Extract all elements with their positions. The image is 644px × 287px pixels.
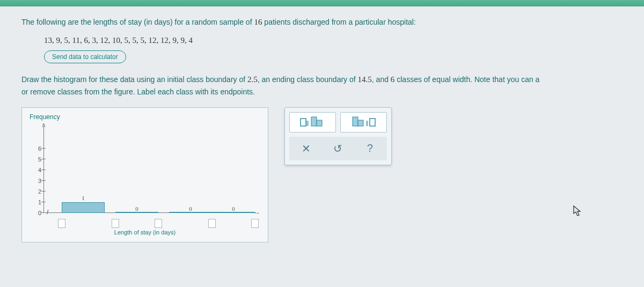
x-boundary-input-4[interactable]	[251, 219, 259, 228]
y-tick-6: 6	[34, 145, 41, 152]
histogram-panel[interactable]: Frequency ∧ → 0 1 2 3 4 5 6	[21, 107, 268, 242]
clear-button[interactable]: ✕	[292, 140, 320, 157]
histogram-bar-4[interactable]	[212, 212, 255, 213]
svg-rect-9	[370, 119, 375, 126]
question-intro: The following are the lengths of stay (i…	[21, 16, 628, 28]
bar-label-1: 1	[62, 195, 105, 201]
intro-text-b: patients discharged from a particular ho…	[262, 18, 415, 26]
close-icon: ✕	[302, 142, 311, 155]
x-boundary-input-0[interactable]	[58, 219, 65, 228]
send-data-button[interactable]: Send data to calculator	[44, 50, 126, 63]
y-tick-4: 4	[34, 167, 41, 173]
chart-title: Frequency	[30, 113, 260, 121]
histogram-bar-3[interactable]	[169, 212, 212, 213]
svg-rect-6	[358, 120, 363, 126]
help-icon: ?	[367, 142, 373, 154]
add-bar-left-icon	[299, 115, 326, 129]
add-bar-right-button[interactable]	[340, 112, 387, 133]
sample-size: 16	[254, 18, 262, 26]
instruction-text: Draw the histogram for these data using …	[21, 73, 628, 98]
x-boundary-input-1[interactable]	[112, 219, 119, 228]
work-area: Frequency ∧ → 0 1 2 3 4 5 6	[21, 107, 628, 242]
bar-label-2: 0	[115, 205, 158, 212]
action-row: ✕ ↺ ?	[289, 137, 387, 160]
y-tick-0: 0	[34, 210, 41, 216]
chart-body[interactable]: ∧ → 0 1 2 3 4 5 6 //	[30, 123, 260, 236]
x-axis-label: Length of stay (in days)	[30, 229, 260, 236]
help-button[interactable]: ?	[356, 140, 384, 157]
histogram-bar-2[interactable]	[115, 212, 158, 213]
axis-break-icon: //	[47, 209, 48, 215]
data-values: 13, 9, 5, 11, 6, 3, 12, 10, 5, 5, 5, 12,…	[44, 36, 628, 45]
svg-rect-5	[353, 117, 358, 126]
svg-rect-3	[311, 117, 317, 126]
svg-rect-4	[317, 120, 322, 126]
y-tick-3: 3	[34, 178, 41, 184]
undo-icon: ↺	[333, 142, 342, 155]
y-tick-1: 1	[34, 199, 41, 205]
bar-label-3: 0	[169, 205, 212, 212]
intro-text-a: The following are the lengths of stay (i…	[21, 18, 254, 26]
x-boundary-input-3[interactable]	[208, 219, 216, 228]
svg-rect-0	[301, 119, 306, 126]
mode-row	[289, 112, 387, 133]
y-tick-2: 2	[34, 188, 41, 195]
app-header-bar	[0, 0, 644, 6]
histogram-bar-1[interactable]	[62, 202, 105, 213]
bar-label-4: 0	[212, 205, 255, 212]
y-tick-5: 5	[34, 156, 41, 163]
add-bar-left-button[interactable]	[289, 112, 336, 133]
reset-button[interactable]: ↺	[324, 140, 352, 157]
tool-panel: ✕ ↺ ?	[284, 107, 392, 165]
x-boundary-input-2[interactable]	[155, 219, 162, 228]
add-bar-right-icon	[350, 115, 377, 129]
question-content: The following are the lengths of stay (i…	[0, 6, 644, 287]
